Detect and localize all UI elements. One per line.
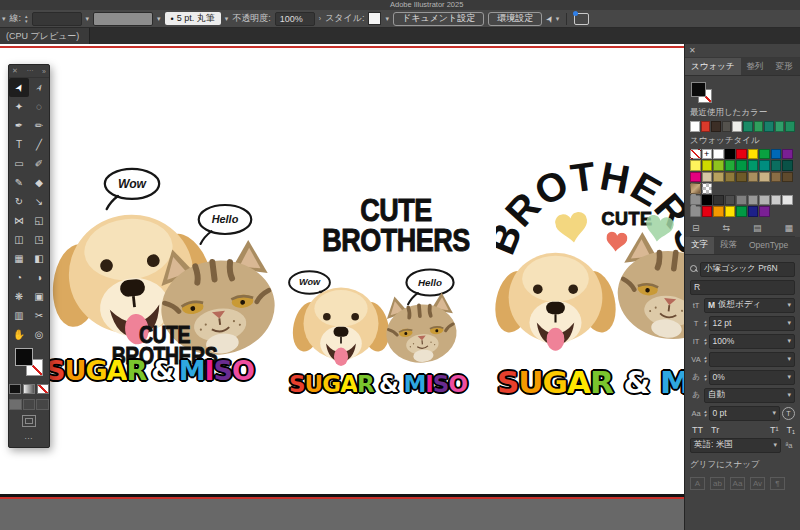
- chevron-down-icon[interactable]: ▾: [225, 14, 229, 24]
- document-tab[interactable]: (CPU プレビュー): [0, 28, 90, 44]
- vertical-scale-field[interactable]: 100%▾: [709, 334, 795, 349]
- blend-tool[interactable]: ◑: [29, 268, 49, 287]
- rotate-tool[interactable]: ↻: [9, 192, 29, 211]
- perspective-grid-tool[interactable]: ◳: [29, 230, 49, 249]
- chevron-down-icon[interactable]: ▾: [157, 14, 161, 24]
- paintbrush-tool[interactable]: ✐: [29, 154, 49, 173]
- chevron-right-icon[interactable]: ›: [319, 14, 321, 24]
- rectangle-tool[interactable]: ▭: [9, 154, 29, 173]
- tsume-stepper[interactable]: ▴▾: [704, 373, 707, 381]
- curvature-tool[interactable]: ✏: [29, 116, 49, 135]
- swatch-color[interactable]: [748, 149, 759, 160]
- swatch-color[interactable]: [725, 160, 736, 171]
- design1-name-text[interactable]: SUGAR&MISO: [46, 355, 254, 386]
- baseline-shift-stepper[interactable]: ▴▾: [704, 409, 707, 417]
- zoom-tool[interactable]: ◎: [29, 325, 49, 344]
- swatch-color[interactable]: [771, 195, 782, 206]
- swatch-color[interactable]: [748, 195, 759, 206]
- swatch-color[interactable]: [759, 149, 770, 160]
- font-family-field[interactable]: 小塚ゴシック Pr6N: [700, 262, 795, 277]
- language-select[interactable]: 英語: 米国 ▾: [690, 438, 781, 453]
- swatch-color[interactable]: [690, 160, 701, 171]
- font-size-stepper[interactable]: ▴▾: [704, 319, 707, 327]
- kerning-field[interactable]: ▾: [709, 352, 795, 367]
- screen-mode-button[interactable]: [22, 415, 36, 427]
- swatch-color[interactable]: [775, 121, 785, 132]
- swatch-color[interactable]: [701, 121, 711, 132]
- swatch-color[interactable]: [759, 206, 770, 217]
- free-transform-tool[interactable]: ◱: [29, 211, 49, 230]
- swatch-color[interactable]: [736, 195, 747, 206]
- swatch-color[interactable]: [702, 160, 713, 171]
- shape-builder-tool[interactable]: ◫: [9, 230, 29, 249]
- slice-tool[interactable]: ✂: [29, 306, 49, 325]
- panel-icon-ab[interactable]: ab: [710, 477, 725, 490]
- swatch-color[interactable]: [725, 172, 736, 183]
- aki-insert-field[interactable]: 自動▾: [704, 388, 795, 403]
- design3-cat-photo[interactable]: [599, 226, 684, 348]
- panel-fill-stroke-indicator[interactable]: [691, 82, 715, 104]
- blob-brush-tool[interactable]: ◆: [29, 173, 49, 192]
- swatch-color[interactable]: [748, 206, 759, 217]
- style-swatch[interactable]: [368, 12, 381, 25]
- width-tool[interactable]: ⋈: [9, 211, 29, 230]
- share-document-icon[interactable]: [574, 13, 589, 25]
- draw-behind-mode[interactable]: [23, 399, 36, 410]
- tsume-field[interactable]: 0%▾: [709, 370, 795, 385]
- scale-tool[interactable]: ↘: [29, 192, 49, 211]
- font-size-field[interactable]: 12 pt▾: [709, 316, 795, 331]
- swatch-color[interactable]: [785, 121, 795, 132]
- swatch-color[interactable]: [748, 172, 759, 183]
- line-segment-tool[interactable]: ╱: [29, 135, 49, 154]
- design2-title[interactable]: CUTE BROTHERS: [318, 196, 474, 255]
- color-button[interactable]: [9, 384, 21, 394]
- tools-panel-collapse-icon[interactable]: »: [42, 68, 46, 75]
- font-search-icon[interactable]: [690, 265, 698, 273]
- swatch-registration[interactable]: +: [702, 149, 713, 160]
- swatch-color[interactable]: [713, 149, 724, 160]
- chevron-down-icon[interactable]: ▾: [2, 14, 6, 24]
- stroke-weight-stepper[interactable]: ▴▾: [25, 14, 28, 24]
- swatch-color[interactable]: [754, 121, 764, 132]
- baseline-shift-field[interactable]: 0 pt▾: [709, 406, 780, 421]
- swatch-group-folder[interactable]: [690, 195, 701, 206]
- graph-tool[interactable]: ▥: [9, 306, 29, 325]
- panel-tab-スウォッチ[interactable]: スウォッチ: [685, 58, 741, 75]
- swatch-color[interactable]: [713, 172, 724, 183]
- swatch-color[interactable]: [771, 172, 782, 183]
- design2-name-text[interactable]: SUGAR&MISO: [289, 371, 467, 397]
- eyedropper-tool[interactable]: ◔: [9, 268, 29, 287]
- direct-selection-tool[interactable]: ➢: [29, 78, 49, 97]
- swatch-color[interactable]: [725, 195, 736, 206]
- gradient-tool[interactable]: ◧: [29, 249, 49, 268]
- virtual-body-field[interactable]: M仮想ボディ▾: [704, 298, 795, 313]
- lasso-tool[interactable]: ◌: [29, 97, 49, 116]
- swatch-color[interactable]: [759, 195, 770, 206]
- swatch-color[interactable]: [736, 160, 747, 171]
- mesh-tool[interactable]: ▦: [9, 249, 29, 268]
- design3-dog-photo[interactable]: [493, 237, 618, 357]
- font-style-field[interactable]: R: [690, 280, 795, 295]
- swatch-group-folder[interactable]: [690, 206, 701, 217]
- opacity-field[interactable]: 100%: [275, 12, 315, 26]
- swatch-color[interactable]: [759, 172, 770, 183]
- panel-icon-⊟[interactable]: ⊟: [692, 223, 700, 233]
- swatch-color[interactable]: [743, 121, 753, 132]
- chevron-down-icon[interactable]: ▾: [385, 14, 389, 24]
- panel-tab-OpenType[interactable]: OpenType: [743, 237, 794, 254]
- draw-inside-mode[interactable]: [36, 399, 49, 410]
- vertical-scale-stepper[interactable]: ▴▾: [704, 337, 707, 345]
- preferences-button[interactable]: 環境設定: [488, 12, 542, 26]
- panel-close-icon[interactable]: ✕: [689, 46, 696, 55]
- swatch-color[interactable]: [702, 206, 713, 217]
- none-button[interactable]: [37, 384, 49, 394]
- selection-tool[interactable]: ➤: [9, 78, 29, 97]
- swatch-color[interactable]: [771, 149, 782, 160]
- design2-cat-photo[interactable]: [374, 289, 468, 367]
- edit-toolbar-button[interactable]: …: [9, 431, 49, 441]
- tools-panel-drag-dots[interactable]: ⋯: [26, 67, 33, 75]
- panel-tab-整列[interactable]: 整列: [741, 58, 770, 75]
- fill-stroke-wells[interactable]: [15, 348, 43, 382]
- symbol-sprayer-tool[interactable]: ❋: [9, 287, 29, 306]
- stroke-weight-field[interactable]: [32, 12, 82, 26]
